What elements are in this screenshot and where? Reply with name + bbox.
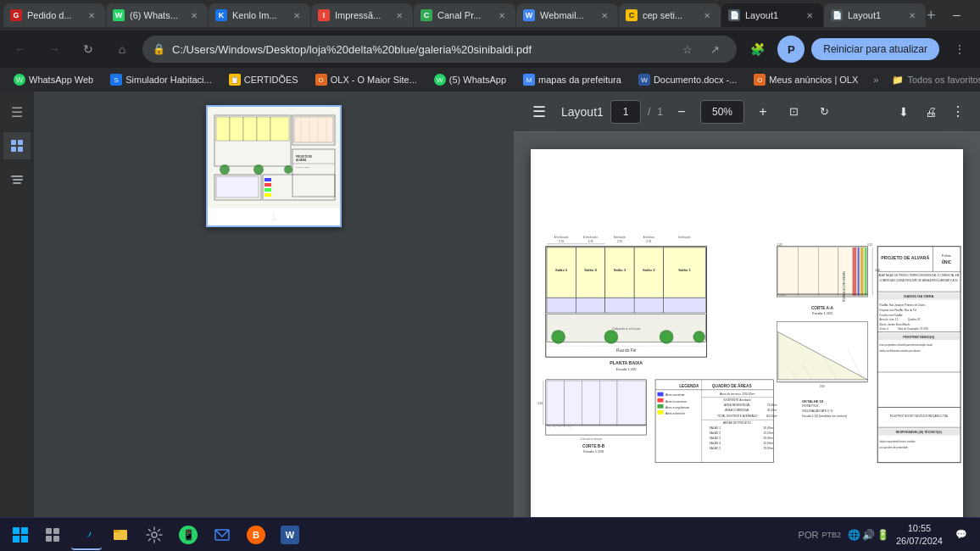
pdf-print-button[interactable]: 🖨 [919,100,943,124]
forward-button[interactable]: → [41,36,68,63]
bookmark-mapas[interactable]: M mapas da prefeitura [516,72,628,87]
svg-rect-5 [13,179,23,181]
explorer-taskbar-icon[interactable] [105,520,136,550]
settings-taskbar-icon[interactable] [139,520,170,550]
bookmark-olx[interactable]: O OLX - O Maior Site... [309,72,424,87]
tab-canal[interactable]: C Canal Pr... ✕ [414,3,515,27]
tab-title-layout1: Layout1 [745,10,798,20]
reload-button[interactable]: ↻ [75,36,102,63]
bookmark-whatsapp5[interactable]: W (5) WhatsApp [427,72,513,87]
svg-text:DADOS DA OBRA: DADOS DA OBRA [296,166,310,168]
extensions-button[interactable]: 🧩 [743,36,771,63]
tab-title-kenlo: Kenlo Im... [232,10,285,20]
tab-close-canal[interactable]: ✕ [495,8,509,22]
word-taskbar-icon[interactable]: W [275,520,305,550]
tab-webmail[interactable]: W Webmail... ✕ [516,3,618,27]
svg-text:ADAPTAÇÃO DE PRÉDIO TERREO RES: ADAPTAÇÃO DE PRÉDIO TERREO RESIDENCIAL E… [878,273,959,277]
back-button[interactable]: ← [7,36,34,63]
tab-title-canal: Canal Pr... [437,10,490,20]
tab-layout1-active[interactable]: 📄 Layout1 ✕ [721,3,823,27]
pdf-fit-page-button[interactable]: ⊡ [782,100,805,124]
bookmark-certidoes[interactable]: 📋 CERTIDÕES [222,72,305,87]
start-button[interactable] [7,521,34,548]
pdf-download-button[interactable]: ⬇ [892,100,916,124]
share-icon[interactable]: ↗ [703,37,727,61]
tab-close-webmail[interactable]: ✕ [598,8,611,22]
browser-taskbar-icon[interactable]: B [241,520,271,550]
svg-rect-79 [857,248,859,296]
tab-close-layout2[interactable]: ✕ [905,8,919,22]
pdf-outline-panel-toggle[interactable] [3,166,31,193]
bookmark-favicon-certidoes: 📋 [229,74,241,86]
language-indicator[interactable]: POR [799,530,819,540]
svg-text:Escala 1:100: Escala 1:100 [583,449,604,454]
bookmark-simulador[interactable]: S Simulador Habitaci... [103,72,219,87]
pdf-content[interactable]: Salão 5 Salão 4 Salão 3 Salão 2 Salão 1 … [514,132,980,551]
svg-text:Área do terreno: 199,20m²: Área do terreno: 199,20m² [720,392,755,396]
svg-point-207 [152,532,157,537]
tab-close-layout1[interactable]: ✕ [803,8,816,22]
svg-text:Área a regularizar: Área a regularizar [665,406,690,409]
tab-cep[interactable]: C cep seti... ✕ [619,3,721,27]
tab-layout1-second[interactable]: 📄 Layout1 ✕ [824,3,926,27]
tab-title-gmail: Pedido d... [27,10,80,20]
notification-center[interactable]: 💬 [949,523,973,547]
svg-text:Esquina com Rua/Av: Rua do Fié: Esquina com Rua/Av: Rua do Fié [880,309,917,312]
battery-icon[interactable]: 🔋 [877,529,889,541]
svg-text:Salão 2: Salão 2 [643,268,655,272]
todos-favoritos-button[interactable]: 📁 Todos os favoritos [887,73,980,87]
pdf-zoom-in-button[interactable]: + [751,100,775,124]
bookmark-whatsapp-web[interactable]: W WhatsApp Web [7,72,100,87]
bookmark-more-button[interactable]: » [868,73,883,86]
mail-taskbar-icon[interactable] [207,520,237,550]
pdf-thumbnail-1[interactable]: PROJETO DE ALVARÁ DADOS DA OBRA 1 [206,105,342,227]
bookmark-documento[interactable]: W Documento.docx -... [632,72,743,87]
svg-text:1.20: 1.20 [777,243,782,247]
profile-button[interactable]: P [777,36,805,63]
bookmark-star-icon[interactable]: ☆ [676,37,699,61]
bookmark-meus-anuncios[interactable]: O Meus anúncios | OLX [747,72,865,87]
task-view-button[interactable] [37,520,68,550]
reiniciar-button[interactable]: Reiniciar para atualizar [811,38,939,60]
keyboard-indicator[interactable]: PTB2 [821,531,841,539]
tab-close-kenlo[interactable]: ✕ [290,8,303,22]
tab-close-whatsapp[interactable]: ✕ [187,8,201,22]
svg-text:RESPONSÁVEL(IS) TÉCNICO(S): RESPONSÁVEL(IS) TÉCNICO(S) [896,430,942,434]
maximize-button[interactable]: □ [977,0,980,31]
tab-impressao[interactable]: I Impressã... ✕ [311,3,413,27]
tab-gmail[interactable]: G Pedido d... ✕ [3,3,105,27]
minimize-button[interactable]: ─ [938,0,977,31]
svg-rect-41 [664,248,706,298]
system-clock[interactable]: 10:55 26/07/2024 [896,522,943,547]
svg-text:Escala 1:50 (medidas em metros: Escala 1:50 (medidas em metros) [802,415,847,418]
svg-rect-10 [230,117,243,141]
tab-whatsapp[interactable]: W (6) Whats... ✕ [106,3,208,27]
tab-favicon-cep: C [626,9,638,21]
pdf-menu-hamburger[interactable]: ☰ [3,98,31,125]
tab-close-cep[interactable]: ✕ [700,8,714,22]
lock-icon: 🔒 [153,43,165,55]
pdf-hamburger-menu[interactable]: ☰ [524,97,554,127]
tab-kenlo[interactable]: K Kenlo Im... ✕ [209,3,310,27]
network-icon[interactable]: 🌐 [848,529,860,541]
volume-icon[interactable]: 🔊 [862,529,875,541]
whatsapp-taskbar-icon[interactable]: 📱 [173,520,203,550]
pdf-page-separator: / [648,106,650,118]
pdf-more-actions-button[interactable]: ⋮ [946,100,970,124]
tab-close-gmail[interactable]: ✕ [85,8,98,22]
home-button[interactable]: ⌂ [109,36,136,63]
pdf-zoom-display[interactable]: 50% [700,100,744,124]
omnibox[interactable]: 🔒 C:/Users/Windows/Desktop/loja%20delta%… [142,36,737,63]
svg-text:SALÃO 4: SALÃO 4 [710,441,721,445]
bookmark-favicon-whatsapp5: W [434,74,446,86]
svg-text:22,26m²: 22,26m² [764,431,775,435]
pdf-zoom-out-button[interactable]: − [670,100,693,124]
pdf-page-input[interactable] [610,100,641,124]
pdf-rotate-button[interactable]: ↻ [812,100,836,124]
new-tab-button[interactable]: + [927,3,936,27]
tab-close-impressao[interactable]: ✕ [393,8,406,22]
edge-taskbar-icon[interactable] [71,520,102,550]
pdf-thumbnail-panel-toggle[interactable] [3,132,31,159]
svg-rect-11 [243,117,257,141]
browser-menu-button[interactable]: ⋮ [946,36,973,63]
